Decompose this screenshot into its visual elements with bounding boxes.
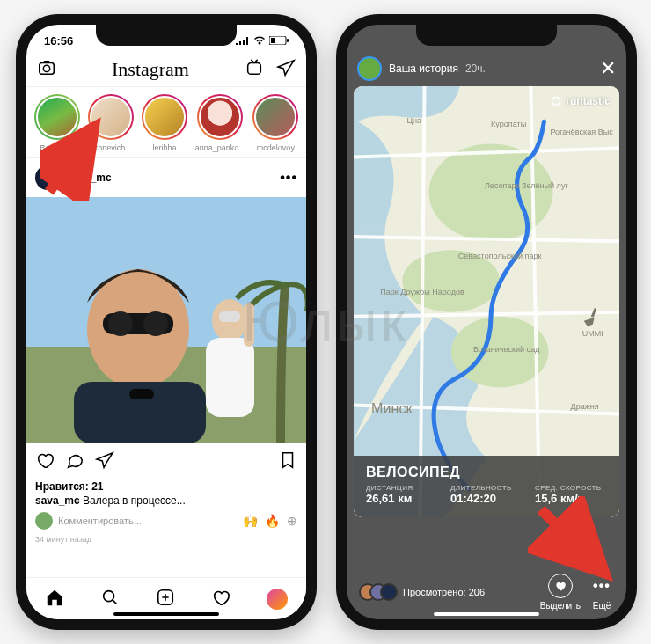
stat-duration-label: ДЛИТЕЛЬНОСТЬ (450, 484, 523, 492)
camera-icon[interactable] (37, 58, 56, 81)
igtv-icon[interactable] (245, 58, 264, 81)
post-image[interactable] (26, 197, 306, 443)
status-time: 16:56 (44, 34, 73, 48)
stat-distance: 26,61 км (366, 492, 438, 505)
stories-tray[interactable]: Ваша и... okhnevich... lerihha anna_pank… (26, 87, 306, 158)
svg-text:Минск: Минск (371, 400, 413, 416)
svg-rect-9 (219, 311, 240, 322)
svg-text:Парк Дружбы Народов: Парк Дружбы Народов (380, 288, 464, 296)
like-count[interactable]: Нравится: 21 (35, 480, 297, 493)
post-actions (26, 443, 306, 480)
story-item[interactable]: mcdelovoy (252, 94, 299, 152)
stat-distance-label: ДИСТАНЦИЯ (366, 484, 438, 492)
svg-text:Рогачёвская Выс: Рогачёвская Выс (550, 128, 613, 136)
svg-text:Ботанический сад: Ботанический сад (473, 345, 540, 354)
tab-new-post[interactable] (156, 588, 175, 611)
story-label: lerihha (141, 143, 187, 152)
story-author[interactable]: Ваша история 20ч. (357, 56, 486, 81)
comment-icon[interactable] (65, 450, 84, 473)
post-username: sava_mc (67, 172, 112, 184)
runtastic-logo: runtastic (550, 95, 611, 107)
bookmark-icon[interactable] (278, 450, 297, 473)
notch (416, 25, 557, 46)
tab-activity[interactable] (211, 588, 230, 611)
add-comment[interactable]: Комментировать... 🙌🔥⊕ (26, 507, 306, 531)
story-label: Ваша и... (33, 143, 80, 152)
post-timestamp: 34 минут назад (26, 531, 306, 547)
story-item[interactable]: okhnevich... (87, 94, 134, 152)
instagram-logo: Instagram (112, 58, 189, 81)
phone-story-viewer: 16:54 Ваша история 20ч. ✕ (336, 14, 637, 630)
story-viewers[interactable]: Просмотрено: 206 (359, 583, 531, 601)
close-icon[interactable]: ✕ (600, 57, 616, 80)
home-indicator[interactable] (113, 612, 219, 616)
post-options-icon[interactable]: ••• (280, 170, 297, 186)
tab-home[interactable] (45, 588, 64, 611)
app-header: Instagram (26, 53, 306, 87)
story-media[interactable]: Цна Куропаты Рогачёвская Выс Лесопарк Зе… (354, 86, 619, 517)
svg-text:Севастопольский парк: Севастопольский парк (458, 252, 542, 260)
direct-messages-icon[interactable] (276, 58, 296, 81)
avatar (357, 56, 382, 81)
share-icon[interactable] (95, 450, 114, 473)
story-footer: Просмотрено: 206 Выделить ••• Ещё (347, 574, 626, 611)
stat-duration: 01:42:20 (450, 492, 523, 505)
emoji-quickbar[interactable]: 🙌🔥⊕ (243, 514, 297, 528)
svg-point-19 (103, 590, 113, 601)
notch (96, 25, 237, 46)
svg-text:Дражня: Дражня (571, 402, 599, 411)
story-age: 20ч. (465, 62, 486, 75)
svg-text:Цна: Цна (406, 116, 422, 125)
viewer-avatars (359, 583, 398, 601)
cellular-icon (236, 36, 250, 45)
svg-rect-2 (287, 39, 289, 42)
svg-rect-11 (244, 303, 254, 347)
home-indicator[interactable] (434, 612, 539, 616)
stat-speed-label: СРЕД. СКОРОСТЬ (535, 484, 607, 492)
story-header: Ваша история 20ч. ✕ (347, 56, 626, 81)
battery-icon (269, 36, 289, 45)
story-label: okhnevich... (87, 143, 134, 152)
phone-instagram-feed: 16:56 Instagram (16, 14, 317, 630)
story-item[interactable]: lerihha (141, 94, 187, 152)
svg-point-15 (143, 311, 168, 336)
like-icon[interactable] (35, 450, 55, 473)
svg-point-14 (108, 311, 133, 336)
viewer-count: Просмотрено: 206 (403, 587, 485, 597)
highlight-button[interactable]: Выделить (540, 574, 581, 611)
svg-rect-3 (40, 63, 55, 75)
post-author[interactable]: sava_mc (35, 165, 112, 190)
post-header: sava_mc ••• (26, 158, 306, 197)
svg-point-16 (113, 345, 166, 387)
activity-overlay: ВЕЛОСИПЕД ДИСТАНЦИЯ 26,61 км ДЛИТЕЛЬНОСТ… (354, 456, 619, 517)
svg-point-4 (43, 65, 49, 71)
activity-title: ВЕЛОСИПЕД (366, 465, 607, 480)
svg-rect-18 (129, 389, 154, 399)
svg-text:Лесопарк Зелёный луг: Лесопарк Зелёный луг (485, 181, 568, 190)
tab-search[interactable] (100, 588, 120, 611)
comment-placeholder: Комментировать... (58, 516, 238, 526)
story-item[interactable]: anna_panko... (195, 94, 245, 152)
svg-rect-1 (271, 38, 275, 43)
svg-rect-5 (248, 63, 261, 75)
svg-rect-10 (206, 338, 254, 417)
story-title: Ваша история (389, 62, 458, 75)
stat-speed: 15,6 км/ч (535, 492, 607, 505)
tab-profile[interactable] (267, 589, 288, 610)
post-caption: sava_mc Валера в процессе... (35, 494, 297, 507)
story-label: mcdelovoy (252, 143, 299, 152)
svg-text:Куропаты: Куропаты (491, 120, 526, 128)
more-button[interactable]: ••• Ещё (589, 574, 614, 611)
story-label: anna_panko... (195, 143, 245, 152)
wifi-icon (253, 36, 266, 45)
status-icons (236, 36, 289, 45)
svg-text:UMMI: UMMI (582, 329, 603, 338)
story-your-story[interactable]: Ваша и... (33, 94, 80, 152)
